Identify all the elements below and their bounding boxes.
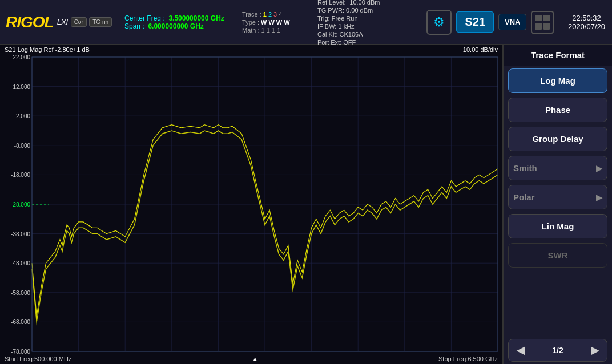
trace-section: Trace : 1 2 3 4 Type : W W W W Math : 1 … xyxy=(237,0,312,44)
icons-section: ⚙ S21 VNA xyxy=(420,0,561,44)
center-freq-label: Center Freq : xyxy=(124,14,165,22)
plot-area xyxy=(0,55,502,354)
plot-footer: Start Freq:500.000 MHz ▲ Stop Freq:6.500… xyxy=(0,354,502,364)
cal-kit: Cal Kit: CK106A xyxy=(317,31,414,38)
ref-level: Ref Level: -10.00 dBm xyxy=(317,0,414,6)
polar-label: Polar xyxy=(513,192,535,202)
model: LXI xyxy=(57,18,69,26)
polar-arrow-icon: ▶ xyxy=(596,193,602,202)
cor-badge: Cor xyxy=(71,17,87,27)
span-label: Span : xyxy=(124,22,144,30)
page-nav: ◀ 1/2 ▶ xyxy=(508,339,607,362)
spectrum-canvas xyxy=(0,55,502,354)
span-value: 6.000000000 GHz xyxy=(148,22,203,30)
next-page-button[interactable]: ▶ xyxy=(587,344,602,357)
main-area: S21 Log Mag Ref -2.80e+1 dB 10.00 dB/div… xyxy=(0,45,612,364)
middle-section: Ref Level: -10.00 dBm TG PWR: 0.00 dBm T… xyxy=(312,0,420,44)
type-label: Type : xyxy=(242,19,259,26)
log-mag-button[interactable]: Log Mag xyxy=(508,68,607,93)
plot-title-left: S21 Log Mag Ref -2.80e+1 dB xyxy=(5,46,90,53)
s-param-badge[interactable]: S21 xyxy=(456,11,494,33)
plot-title-right: 10.00 dB/div xyxy=(463,46,498,53)
center-freq-value: 3.500000000 GHz xyxy=(168,14,224,22)
freq-section: Center Freq : 3.500000000 GHz Span : 6.0… xyxy=(118,0,237,44)
start-freq: Start Freq:500.000 MHz xyxy=(5,355,71,362)
logo-section: RIGOL LXI Cor TG nn xyxy=(0,0,118,44)
prev-page-button[interactable]: ◀ xyxy=(513,344,528,357)
tg-pwr: TG PWR: 0.00 dBm xyxy=(317,7,414,14)
grid-icon[interactable] xyxy=(531,11,554,34)
swr-button[interactable]: SWR xyxy=(508,243,607,268)
if-bw: IF BW: 1 kHz xyxy=(317,23,414,30)
time-display: 22:50:32 xyxy=(572,14,601,22)
panel-title: Trace Format xyxy=(504,45,612,66)
group-delay-button[interactable]: Group Delay xyxy=(508,127,607,151)
date-display: 2020/07/20 xyxy=(568,22,605,31)
trig: Trig: Free Run xyxy=(317,15,414,22)
time-section: 22:50:32 2020/07/20 xyxy=(561,0,612,44)
polar-button[interactable]: Polar ▶ xyxy=(508,185,607,209)
plot-header: S21 Log Mag Ref -2.80e+1 dB 10.00 dB/div xyxy=(0,45,502,55)
stop-freq: Stop Freq:6.500 GHz xyxy=(438,355,498,362)
smith-label: Smith xyxy=(513,163,537,173)
gear-icon[interactable]: ⚙ xyxy=(426,10,452,35)
tg-badge: TG nn xyxy=(89,17,112,27)
phase-button[interactable]: Phase xyxy=(508,98,607,122)
right-panel: Trace Format Log Mag Phase Group Delay S… xyxy=(502,45,612,364)
vna-badge: VNA xyxy=(498,14,526,30)
plot-container: S21 Log Mag Ref -2.80e+1 dB 10.00 dB/div… xyxy=(0,45,502,364)
trace-label: Trace : xyxy=(242,11,261,18)
logo: RIGOL xyxy=(6,13,54,31)
smith-arrow-icon: ▶ xyxy=(596,164,602,173)
math-label: Math : xyxy=(242,27,260,34)
marker-triangle: ▲ xyxy=(252,355,258,362)
header: RIGOL LXI Cor TG nn Center Freq : 3.5000… xyxy=(0,0,612,45)
lin-mag-button[interactable]: Lin Mag xyxy=(508,214,607,238)
page-indicator: 1/2 xyxy=(552,346,563,355)
smith-button[interactable]: Smith ▶ xyxy=(508,156,607,180)
